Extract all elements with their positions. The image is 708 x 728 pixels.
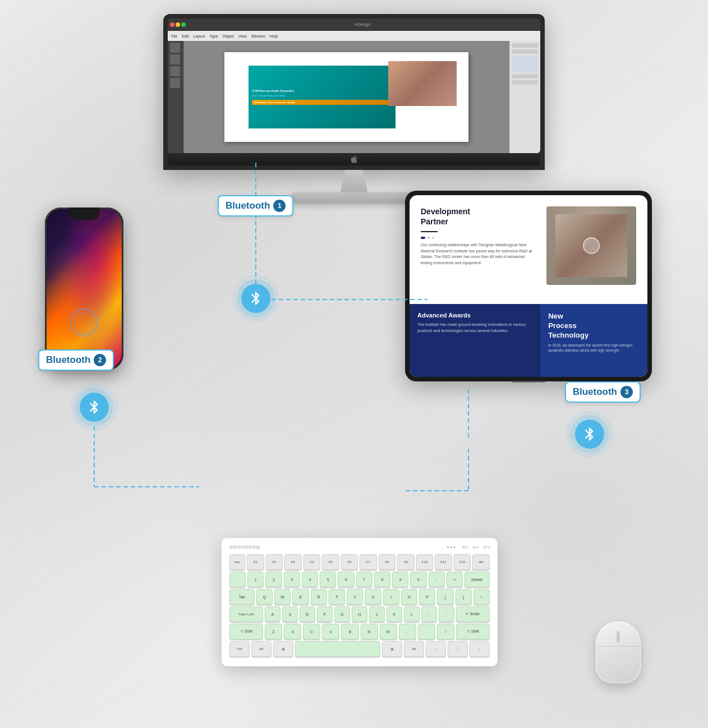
key-z[interactable]: Z	[265, 624, 282, 639]
key-n[interactable]: N	[360, 624, 378, 639]
key-backslash[interactable]: \	[473, 589, 490, 605]
maximize-btn-icon[interactable]	[181, 22, 186, 27]
app-toolbar: InDesign	[168, 19, 540, 31]
tablet-section1-title: DevelopmentPartner	[421, 206, 537, 227]
key-f10[interactable]: F10	[416, 554, 434, 570]
canvas-ad-promo: Affordable • Fast Turnaround • Quality	[252, 100, 392, 105]
key-f6[interactable]: F6	[341, 554, 358, 570]
key-v[interactable]: V	[322, 624, 339, 639]
key-x[interactable]: X	[284, 624, 301, 639]
key-ctrl[interactable]: Ctrl	[229, 641, 250, 657]
menu-window[interactable]: Window	[251, 34, 265, 38]
key-q[interactable]: Q	[256, 589, 273, 605]
key-rbracket[interactable]: ]	[455, 589, 471, 605]
key-f[interactable]: F	[317, 606, 333, 622]
key-5[interactable]: 5	[320, 572, 336, 587]
key-8[interactable]: 8	[374, 572, 390, 587]
key-semicolon[interactable]: ;	[421, 606, 437, 622]
key-shift-left[interactable]: ⇧ Shift	[229, 624, 263, 639]
key-e[interactable]: E	[292, 589, 309, 605]
key-9[interactable]: 9	[392, 572, 408, 587]
key-delete[interactable]: Delete	[465, 572, 490, 587]
key-alt-left[interactable]: Alt	[251, 641, 272, 657]
key-f5[interactable]: F5	[322, 554, 339, 570]
key-f2[interactable]: F2	[265, 554, 283, 570]
key-lbracket[interactable]: [	[437, 589, 453, 605]
key-h[interactable]: H	[352, 606, 367, 622]
tool-icon[interactable]	[170, 78, 180, 88]
key-equals[interactable]: =	[447, 572, 463, 587]
key-f4[interactable]: F4	[303, 554, 320, 570]
key-f8[interactable]: F8	[379, 554, 396, 570]
key-f1[interactable]: F1	[247, 554, 264, 570]
key-a[interactable]: A	[265, 606, 281, 622]
tool-icon[interactable]	[170, 43, 180, 53]
key-0[interactable]: 0	[410, 572, 426, 587]
key-right-arrow[interactable]: →	[470, 641, 490, 657]
key-comma[interactable]: ,	[399, 624, 416, 639]
menu-type[interactable]: Type	[209, 34, 218, 38]
key-enter[interactable]: ↵ Enter	[456, 606, 490, 622]
key-u[interactable]: U	[365, 589, 381, 605]
key-y[interactable]: Y	[347, 589, 363, 605]
key-4[interactable]: 4	[302, 572, 318, 587]
key-f12[interactable]: F12	[454, 554, 471, 570]
key-3[interactable]: 3	[284, 572, 300, 587]
tool-icon[interactable]	[170, 66, 180, 76]
key-f7[interactable]: F7	[360, 554, 377, 570]
key-backtick[interactable]: `	[229, 572, 246, 587]
minimize-btn-icon[interactable]	[176, 22, 180, 27]
key-s[interactable]: S	[282, 606, 298, 622]
menu-object[interactable]: Object	[223, 34, 234, 38]
key-7[interactable]: 7	[356, 572, 372, 587]
key-slash[interactable]: /	[437, 624, 454, 639]
key-6[interactable]: 6	[338, 572, 354, 587]
key-up-down-arrow[interactable]: ↑ ↓	[448, 641, 468, 657]
key-o[interactable]: O	[401, 589, 417, 605]
menu-edit[interactable]: Edit	[182, 34, 189, 38]
menu-layout[interactable]: Layout	[193, 34, 205, 38]
monitor: InDesign File Edit Layout Type Object Vi…	[163, 14, 545, 204]
key-quote[interactable]: '	[439, 606, 454, 622]
zxcv-key-row: ⇧ Shift Z X C V B N M , . / ⇧ Shift	[229, 624, 490, 639]
key-w[interactable]: W	[274, 589, 291, 605]
app-left-panel	[168, 41, 183, 153]
key-del[interactable]: del	[472, 554, 490, 570]
menu-help[interactable]: Help	[270, 34, 278, 38]
menu-file[interactable]: File	[171, 34, 177, 38]
menu-view[interactable]: View	[238, 34, 247, 38]
app-ui: InDesign File Edit Layout Type Object Vi…	[168, 19, 540, 153]
key-space[interactable]	[295, 641, 380, 657]
key-shift-right[interactable]: ⇧ Shift	[456, 624, 490, 639]
mouse-scroll-wheel[interactable]	[617, 631, 620, 642]
key-tab[interactable]: Tab	[229, 589, 255, 605]
key-d[interactable]: D	[300, 606, 315, 622]
key-f9[interactable]: F9	[397, 554, 415, 570]
key-m[interactable]: M	[379, 624, 397, 639]
key-t[interactable]: T	[329, 589, 345, 605]
monitor-screen: InDesign File Edit Layout Type Object Vi…	[168, 19, 540, 153]
key-minus[interactable]: -	[428, 572, 444, 587]
key-b[interactable]: B	[341, 624, 358, 639]
key-esc[interactable]: esc	[229, 554, 245, 570]
key-r[interactable]: R	[311, 589, 327, 605]
tool-icon[interactable]	[170, 54, 180, 64]
key-c[interactable]: C	[303, 624, 320, 639]
key-p[interactable]: P	[419, 589, 435, 605]
key-period[interactable]: .	[418, 624, 435, 639]
key-cmd-right[interactable]: ⌘	[382, 641, 402, 657]
key-k[interactable]: K	[387, 606, 402, 622]
close-btn-icon[interactable]	[170, 22, 174, 27]
key-f3[interactable]: F3	[284, 554, 302, 570]
key-left-arrow[interactable]: ←	[426, 641, 446, 657]
key-caps[interactable]: Caps Lock	[229, 606, 263, 622]
key-alt-right[interactable]: Alt	[404, 641, 424, 657]
key-l[interactable]: L	[404, 606, 420, 622]
key-2[interactable]: 2	[265, 572, 282, 587]
key-i[interactable]: I	[383, 589, 399, 605]
key-1[interactable]: 1	[247, 572, 264, 587]
key-j[interactable]: J	[369, 606, 385, 622]
key-cmd-left[interactable]: ⌘	[273, 641, 293, 657]
key-g[interactable]: G	[334, 606, 350, 622]
key-f11[interactable]: F11	[435, 554, 452, 570]
